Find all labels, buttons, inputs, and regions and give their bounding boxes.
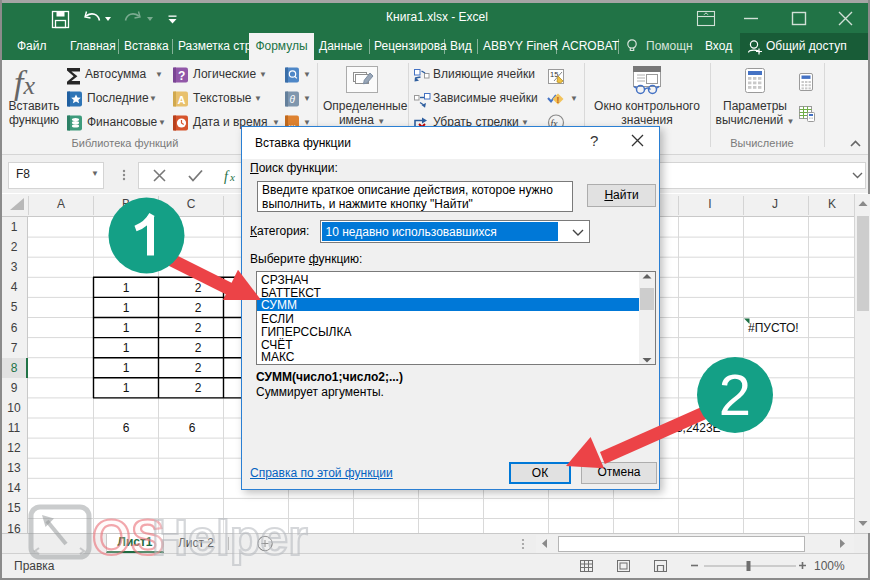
svg-text:x: x	[229, 171, 235, 183]
svg-text:?: ?	[178, 69, 185, 83]
svg-text:!: !	[557, 95, 560, 105]
svg-text:Helper: Helper	[152, 510, 308, 566]
svg-text:θ: θ	[290, 94, 296, 105]
svg-text:A: A	[178, 94, 186, 106]
